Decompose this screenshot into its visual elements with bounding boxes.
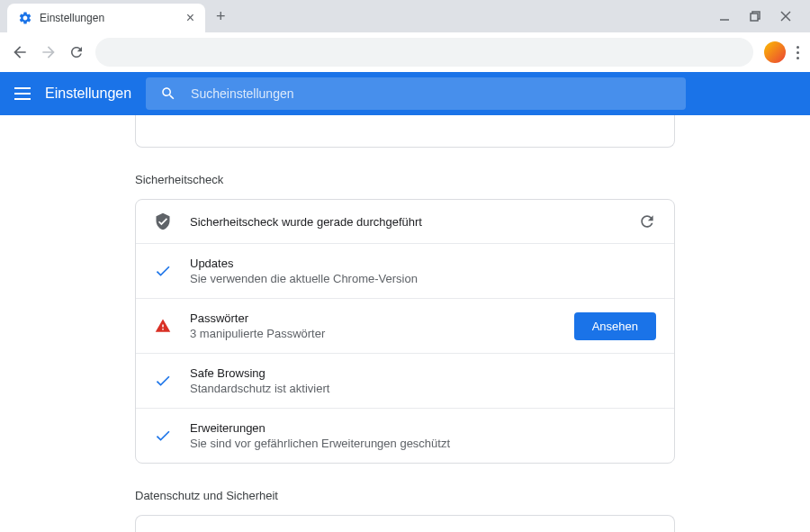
check-icon: [154, 262, 172, 280]
close-window-icon[interactable]: [779, 10, 792, 23]
row-title: Updates: [190, 257, 656, 270]
back-button[interactable]: [11, 43, 29, 61]
section-title-privacy: Datenschutz und Sicherheit: [135, 489, 675, 502]
profile-avatar[interactable]: [764, 41, 786, 63]
browser-toolbar: [0, 32, 810, 72]
check-icon: [154, 427, 172, 445]
svg-rect-2: [751, 14, 758, 21]
close-icon[interactable]: ×: [186, 10, 194, 26]
maximize-icon[interactable]: [749, 10, 761, 23]
search-icon: [160, 86, 176, 102]
warning-icon: [154, 317, 172, 335]
browser-tab[interactable]: Einstellungen ×: [7, 4, 205, 32]
menu-icon[interactable]: [14, 87, 31, 100]
row-subtitle: 3 manipulierte Passwörter: [190, 327, 556, 340]
check-icon: [154, 372, 172, 390]
shield-icon: [154, 212, 172, 230]
address-bar[interactable]: [95, 38, 753, 67]
new-tab-button[interactable]: +: [216, 7, 226, 26]
safety-check-status: Sicherheitscheck wurde gerade durchgefüh…: [190, 215, 620, 229]
tab-strip: Einstellungen × +: [0, 0, 810, 32]
rerun-safety-check-button[interactable]: [638, 212, 656, 230]
row-subtitle: Standardschutz ist aktiviert: [190, 382, 656, 395]
row-title: Safe Browsing: [190, 366, 656, 380]
gear-icon: [18, 11, 32, 25]
tab-title: Einstellungen: [40, 12, 104, 24]
row-subtitle: Sie verwenden die aktuelle Chrome-Versio…: [190, 272, 656, 285]
updates-row[interactable]: Updates Sie verwenden die aktuelle Chrom…: [136, 244, 674, 299]
window-controls: [718, 10, 803, 23]
extensions-row[interactable]: Erweiterungen Sie sind vor gefährlichen …: [136, 409, 674, 463]
row-title: Passwörter: [190, 311, 556, 325]
settings-header: Einstellungen: [0, 72, 810, 115]
previous-section-card: [135, 115, 675, 148]
safety-check-header-row: Sicherheitscheck wurde gerade durchgefüh…: [136, 200, 674, 244]
privacy-card: [135, 515, 675, 532]
minimize-icon[interactable]: [718, 10, 731, 23]
row-subtitle: Sie sind vor gefährlichen Erweiterungen …: [190, 437, 656, 450]
section-title-safety: Sicherheitscheck: [135, 173, 675, 186]
page-title: Einstellungen: [45, 86, 131, 102]
reload-button[interactable]: [68, 44, 85, 60]
search-box[interactable]: [146, 77, 686, 110]
row-title: Erweiterungen: [190, 421, 656, 435]
browser-chrome: Einstellungen × +: [0, 0, 810, 72]
browser-menu-button[interactable]: [796, 46, 799, 59]
forward-button[interactable]: [40, 43, 58, 61]
safe-browsing-row[interactable]: Safe Browsing Standardschutz ist aktivie…: [136, 354, 674, 409]
passwords-row[interactable]: Passwörter 3 manipulierte Passwörter Ans…: [136, 299, 674, 354]
search-input[interactable]: [191, 86, 671, 101]
view-passwords-button[interactable]: Ansehen: [574, 312, 656, 340]
safety-check-card: Sicherheitscheck wurde gerade durchgefüh…: [135, 199, 675, 464]
content-area: Sicherheitscheck Sicherheitscheck wurde …: [0, 115, 810, 532]
